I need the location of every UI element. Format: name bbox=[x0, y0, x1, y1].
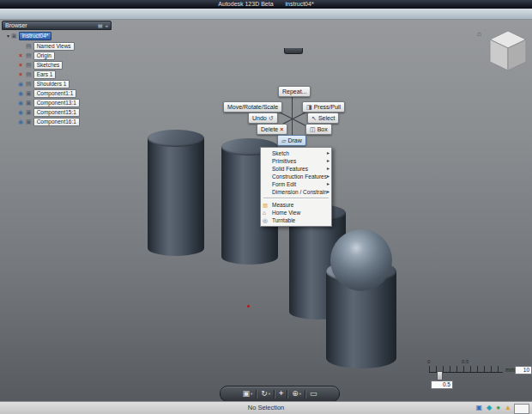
eye-icon[interactable]: ◉ bbox=[17, 89, 24, 97]
tree-item-origin[interactable]: × ▤ Origin bbox=[17, 52, 55, 59]
tray-icon-4[interactable]: ▲ bbox=[505, 402, 511, 414]
turntable-icon: ◎ bbox=[263, 216, 268, 224]
repeat-button[interactable]: Repeat... bbox=[278, 86, 311, 97]
snap-slider-handle[interactable] bbox=[437, 371, 443, 381]
tree-item-component15[interactable]: ◉ ▣ Component15:1 bbox=[17, 108, 80, 116]
pan-button[interactable]: + bbox=[277, 387, 285, 400]
view-cube-graphic bbox=[477, 28, 530, 78]
tree-item-label[interactable]: Ears 1 bbox=[33, 70, 57, 79]
tree-item-shoulders[interactable]: ◉ ▤ Shoulders 1 bbox=[17, 80, 70, 88]
tree-item-ears[interactable]: × ▤ Ears 1 bbox=[17, 70, 56, 78]
toolbar-handle[interactable] bbox=[284, 48, 303, 54]
tree-item-named-views[interactable]: ▤ Named Views bbox=[17, 42, 75, 50]
menu-strip bbox=[0, 9, 532, 20]
submenu-arrow-icon: ▸ bbox=[327, 188, 329, 196]
tree-root-label[interactable]: instruct04* bbox=[19, 32, 52, 40]
fit-view-button[interactable]: ▭ bbox=[308, 387, 319, 400]
tree-item-label[interactable]: Origin bbox=[33, 52, 55, 60]
tree-item-component1[interactable]: ◉ ▣ Component1:1 bbox=[17, 89, 76, 97]
tray-icons: ▣ ◆ ● ▲ bbox=[476, 402, 511, 414]
tree-root[interactable]: ▾ ▣ instruct04* bbox=[7, 32, 51, 40]
hidden-icon[interactable]: × bbox=[17, 70, 24, 78]
zoom-button[interactable]: ⊕ ▾ bbox=[290, 387, 303, 400]
tray-box[interactable] bbox=[514, 404, 529, 414]
navigation-toolbar: ▣ ▾ ↻ ▾ + ⊕ ▾ ▭ bbox=[220, 386, 340, 402]
menu-item-label: Solid Features bbox=[272, 166, 308, 172]
home-icon[interactable]: ⌂ bbox=[477, 30, 481, 38]
box-button[interactable]: ◫ Box bbox=[305, 124, 332, 135]
tray-icon-2[interactable]: ◆ bbox=[487, 402, 492, 414]
expander-icon[interactable]: ▾ bbox=[7, 33, 9, 39]
hidden-icon[interactable]: × bbox=[17, 52, 24, 59]
menu-item-form-edit[interactable]: Form Edit ▸ bbox=[261, 180, 331, 188]
press-pull-button[interactable]: ◨ Press/Pull bbox=[302, 101, 345, 113]
browser-title: Browser bbox=[5, 22, 27, 28]
press-pull-label: Press/Pull bbox=[314, 104, 342, 110]
menu-item-label: Home View bbox=[272, 210, 300, 216]
collapse-icon[interactable]: « bbox=[106, 23, 108, 28]
sketch-icon: ▤ bbox=[26, 61, 32, 69]
unit-label: mm bbox=[505, 367, 515, 373]
delete-button[interactable]: Delete × bbox=[257, 124, 287, 135]
select-button[interactable]: ↖ Select bbox=[307, 113, 339, 124]
draw-label: Draw bbox=[287, 137, 301, 143]
tray-icon-3[interactable]: ● bbox=[496, 402, 500, 414]
box-icon: ◫ bbox=[310, 126, 316, 133]
tray-icon-1[interactable]: ▣ bbox=[476, 402, 483, 414]
menu-item-label: Turntable bbox=[272, 217, 295, 223]
eye-icon[interactable]: ◉ bbox=[17, 108, 24, 116]
tree-item-label[interactable]: Component1:1 bbox=[33, 89, 77, 98]
menu-item-label: Sketch bbox=[272, 150, 289, 156]
move-label: Move/Rotate/Scale bbox=[227, 104, 278, 110]
tree-item-label[interactable]: Component16:1 bbox=[33, 118, 80, 126]
menu-item-construction-features[interactable]: Construction Features ▸ bbox=[261, 173, 331, 180]
menu-item-dimension-constrain[interactable]: Dimension / Constrain ▸ bbox=[261, 188, 331, 196]
menu-item-sketch[interactable]: Sketch ▸ bbox=[261, 149, 331, 157]
tree-item-label[interactable]: Shoulders 1 bbox=[33, 80, 70, 88]
orbit-icon: ↻ bbox=[261, 387, 268, 400]
menu-item-primitives[interactable]: Primitives ▸ bbox=[261, 157, 331, 165]
tree-item-label[interactable]: Component13:1 bbox=[33, 99, 80, 107]
eye-icon[interactable]: ◉ bbox=[17, 118, 24, 125]
tree-item-component13[interactable]: ◉ ▣ Component13:1 bbox=[17, 99, 80, 107]
menu-item-solid-features[interactable]: Solid Features ▸ bbox=[261, 165, 331, 173]
tree-item-label[interactable]: Sketches bbox=[33, 61, 63, 70]
filter-icon[interactable]: ▤ bbox=[98, 22, 103, 28]
feature-icon: ▤ bbox=[26, 70, 32, 78]
hidden-icon[interactable]: × bbox=[17, 61, 24, 69]
chevron-down-icon: ▾ bbox=[251, 392, 252, 396]
zoom-window-button[interactable]: ▣ ▾ bbox=[240, 387, 254, 400]
menu-item-turntable[interactable]: ◎ Turntable bbox=[261, 216, 331, 224]
nav-separator bbox=[305, 390, 306, 399]
tree-item-sketches[interactable]: × ▤ Sketches bbox=[17, 61, 63, 69]
menu-item-home-view[interactable]: ⌂ Home View bbox=[261, 209, 331, 216]
dome-sphere[interactable] bbox=[330, 229, 392, 291]
browser-panel-header: Browser ▤ « bbox=[2, 21, 112, 30]
context-menu: Sketch ▸ Primitives ▸ Solid Features ▸ C… bbox=[260, 147, 332, 227]
component-icon: ▣ bbox=[26, 108, 32, 116]
snap-size-field[interactable]: 0.5 bbox=[431, 381, 453, 389]
tree-item-label[interactable]: Component15:1 bbox=[33, 108, 80, 117]
cylinder-1[interactable] bbox=[148, 138, 204, 256]
tree-item-label[interactable]: Named Views bbox=[33, 42, 75, 51]
draw-button[interactable]: ▱ Draw bbox=[277, 135, 306, 146]
eye-icon[interactable]: ◉ bbox=[17, 99, 24, 107]
component-icon: ▣ bbox=[26, 118, 32, 125]
move-rotate-scale-button[interactable]: Move/Rotate/Scale bbox=[223, 101, 282, 113]
tree-item-component16[interactable]: ◉ ▣ Component16:1 bbox=[17, 118, 80, 125]
menu-item-measure[interactable]: ▥ Measure bbox=[261, 201, 331, 209]
pan-icon: + bbox=[279, 387, 283, 400]
cylinder-1-top[interactable] bbox=[148, 130, 204, 147]
undo-button[interactable]: Undo ↺ bbox=[248, 113, 278, 124]
view-cube[interactable]: ⌂ bbox=[477, 28, 530, 78]
eye-icon[interactable]: ◉ bbox=[17, 80, 24, 88]
chevron-down-icon: ▾ bbox=[269, 392, 270, 396]
menu-separator bbox=[263, 198, 329, 199]
orbit-button[interactable]: ↻ ▾ bbox=[259, 387, 272, 400]
nav-separator bbox=[256, 390, 257, 399]
select-label: Select bbox=[318, 115, 335, 121]
grid-size-field[interactable]: 10 bbox=[515, 366, 532, 374]
submenu-arrow-icon: ▸ bbox=[327, 165, 329, 173]
undo-label: Undo bbox=[252, 115, 267, 121]
ruler-zero-label: 0 bbox=[427, 359, 430, 364]
